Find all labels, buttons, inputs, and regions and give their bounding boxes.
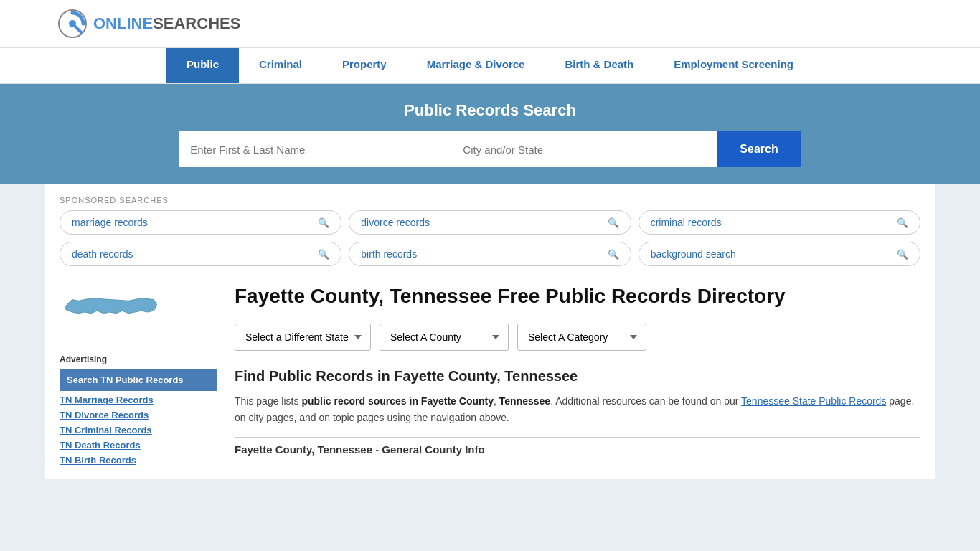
sidebar-link-birth[interactable]: TN Birth Records <box>60 453 217 468</box>
search-icon-divorce: 🔍 <box>608 217 619 228</box>
sponsored-pill-death[interactable]: death records 🔍 <box>60 242 341 266</box>
tennessee-map-icon <box>60 283 160 341</box>
county-dropdown[interactable]: Select A County <box>380 324 509 351</box>
sidebar-ad-active[interactable]: Search TN Public Records <box>60 369 217 391</box>
find-desc-text2: , <box>494 395 499 407</box>
sponsored-section: SPONSORED SEARCHES marriage records 🔍 di… <box>60 196 920 266</box>
nav-item-public[interactable]: Public <box>166 48 239 83</box>
search-button[interactable]: Search <box>717 131 801 167</box>
main-content: SPONSORED SEARCHES marriage records 🔍 di… <box>45 184 935 479</box>
sidebar-ad-label: Advertising <box>60 354 217 364</box>
sponsored-pill-death-label: death records <box>72 248 133 260</box>
sponsored-grid: marriage records 🔍 divorce records 🔍 cri… <box>60 210 920 266</box>
county-info-title: Fayette County, Tennessee - General Coun… <box>235 443 920 456</box>
tn-state-link[interactable]: Tennessee State Public Records <box>741 395 886 407</box>
sponsored-pill-divorce-label: divorce records <box>361 217 430 228</box>
section-divider <box>235 437 920 438</box>
sponsored-pill-birth-label: birth records <box>361 248 417 260</box>
search-icon-background: 🔍 <box>897 249 908 260</box>
find-desc-bold1: public record sources in Fayette County <box>301 395 494 407</box>
name-input[interactable] <box>179 131 451 167</box>
nav-item-employment[interactable]: Employment Screening <box>654 48 814 83</box>
article: Fayette County, Tennessee Free Public Re… <box>235 283 920 468</box>
find-public-title: Find Public Records in Fayette County, T… <box>235 368 920 385</box>
search-icon-criminal: 🔍 <box>897 217 908 228</box>
search-banner-title: Public Records Search <box>57 101 923 120</box>
category-dropdown[interactable]: Select A Category <box>517 324 646 351</box>
city-input[interactable] <box>451 131 717 167</box>
sponsored-pill-background-label: background search <box>651 248 736 260</box>
sponsored-pill-criminal[interactable]: criminal records 🔍 <box>639 210 920 235</box>
sponsored-pill-marriage[interactable]: marriage records 🔍 <box>60 210 341 235</box>
search-icon-death: 🔍 <box>318 249 329 260</box>
sidebar-link-divorce[interactable]: TN Divorce Records <box>60 408 217 423</box>
find-desc-text1: This page lists <box>235 395 301 407</box>
sponsored-pill-marriage-label: marriage records <box>72 217 148 228</box>
sidebar-link-marriage[interactable]: TN Marriage Records <box>60 392 217 408</box>
body-layout: Advertising Search TN Public Records TN … <box>60 283 920 468</box>
svg-line-2 <box>75 27 81 32</box>
article-title: Fayette County, Tennessee Free Public Re… <box>235 283 920 309</box>
search-form: Search <box>57 131 923 167</box>
logo-text: ONLINESEARCHES <box>93 14 240 33</box>
state-map <box>60 283 217 343</box>
svg-marker-3 <box>66 298 157 314</box>
sponsored-pill-criminal-label: criminal records <box>651 217 722 228</box>
find-desc-bold2: Tennessee <box>499 395 550 407</box>
sidebar-link-criminal[interactable]: TN Criminal Records <box>60 423 217 438</box>
dropdowns-row: Select a Different State Select A County… <box>235 324 920 351</box>
sponsored-pill-birth[interactable]: birth records 🔍 <box>349 242 631 266</box>
logo-icon <box>57 9 88 39</box>
state-dropdown[interactable]: Select a Different State <box>235 324 371 351</box>
nav-item-birth-death[interactable]: Birth & Death <box>545 48 654 83</box>
search-icon-marriage: 🔍 <box>318 217 329 228</box>
nav-item-criminal[interactable]: Criminal <box>239 48 322 83</box>
main-nav: Public Criminal Property Marriage & Divo… <box>0 48 980 84</box>
nav-item-property[interactable]: Property <box>322 48 407 83</box>
sidebar: Advertising Search TN Public Records TN … <box>60 283 217 468</box>
search-banner: Public Records Search Search <box>0 84 980 184</box>
search-icon-birth: 🔍 <box>608 249 619 260</box>
sponsored-label: SPONSORED SEARCHES <box>60 196 920 204</box>
find-public-desc: This page lists public record sources in… <box>235 393 920 425</box>
sidebar-link-death[interactable]: TN Death Records <box>60 438 217 453</box>
sponsored-pill-divorce[interactable]: divorce records 🔍 <box>349 210 631 235</box>
logo[interactable]: ONLINESEARCHES <box>57 9 240 39</box>
sponsored-pill-background[interactable]: background search 🔍 <box>639 242 920 266</box>
find-desc-text3: . Additional resources can be found on o… <box>550 395 741 407</box>
nav-item-marriage-divorce[interactable]: Marriage & Divorce <box>407 48 545 83</box>
header: ONLINESEARCHES <box>0 0 980 48</box>
